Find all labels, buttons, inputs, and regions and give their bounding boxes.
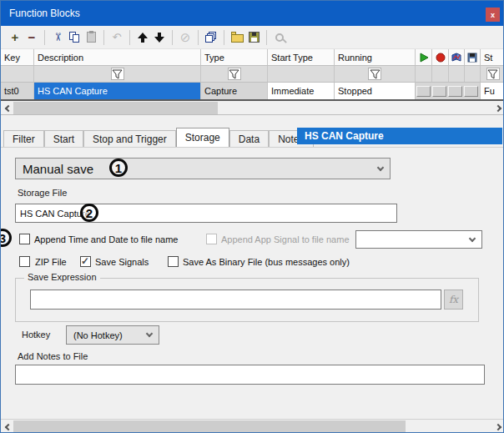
tab-storage[interactable]: Storage — [176, 128, 229, 147]
col-start-type[interactable]: Start Type — [268, 49, 335, 65]
save-signals-label[interactable]: Save Signals — [95, 257, 149, 267]
row-action-button[interactable] — [448, 86, 462, 97]
row-description-selected[interactable]: HS CAN Capture — [34, 83, 201, 99]
toolbar: + − ✂ ↶ ⊘ — [1, 26, 503, 49]
save-binary-label[interactable]: Save As Binary File (bus messages only) — [183, 257, 350, 267]
chevron-down-icon — [377, 164, 384, 170]
toolbar-separator — [103, 30, 104, 45]
close-button[interactable]: x — [486, 8, 500, 22]
open-file-icon[interactable] — [229, 30, 244, 45]
filter-cell-type[interactable] — [201, 66, 268, 82]
add-icon[interactable]: + — [8, 30, 23, 45]
graph-icon[interactable] — [449, 49, 465, 65]
filter-cell-icon — [416, 66, 432, 82]
row-action-button[interactable] — [464, 86, 478, 97]
save-binary-checkbox[interactable] — [168, 256, 179, 267]
append-app-signal-checkbox — [206, 234, 217, 244]
row-start-type[interactable]: Immediate — [268, 83, 335, 99]
remove-icon[interactable]: − — [24, 30, 39, 45]
toolbar-separator — [129, 30, 130, 45]
save-mode-value: Manual save — [23, 162, 93, 176]
save-mode-dropdown[interactable]: Manual save — [15, 158, 391, 179]
toolbar-separator — [224, 30, 224, 45]
tab-start[interactable]: Start — [44, 130, 83, 147]
cascade-windows-icon[interactable] — [204, 30, 219, 45]
table-hscrollbar[interactable] — [1, 101, 504, 115]
storage-file-label: Storage File — [18, 188, 67, 198]
tab-data[interactable]: Data — [229, 130, 269, 147]
copy-icon[interactable] — [67, 30, 82, 45]
filter-funnel-icon[interactable] — [228, 68, 241, 80]
fx-label: fx — [449, 294, 458, 305]
filter-cell-key — [1, 66, 34, 82]
append-time-label[interactable]: Append Time and Date to file name — [34, 234, 178, 244]
toolbar-separator — [266, 30, 267, 45]
hotkey-dropdown[interactable]: (No Hotkey) — [66, 325, 159, 345]
selected-block-banner: HS CAN Capture — [297, 128, 502, 144]
filter-cell-partial[interactable] — [481, 66, 504, 82]
add-notes-input[interactable] — [15, 365, 485, 385]
row-action-buttons — [416, 83, 481, 99]
append-time-checkbox[interactable] — [19, 234, 30, 244]
tab-filter[interactable]: Filter — [3, 130, 44, 147]
filter-cell-running[interactable] — [335, 66, 416, 82]
table-row[interactable]: tst0 HS CAN Capture Capture Immediate St… — [1, 83, 504, 99]
filter-row — [1, 66, 504, 83]
fx-button: fx — [444, 290, 463, 310]
filter-funnel-icon[interactable] — [111, 68, 124, 80]
col-key[interactable]: Key — [1, 49, 34, 65]
storage-file-input[interactable] — [15, 204, 397, 223]
annotation-2: 2 — [80, 204, 98, 222]
col-description[interactable]: Description — [34, 49, 201, 65]
row-type[interactable]: Capture — [201, 83, 268, 99]
annotation-3: 3 — [0, 229, 12, 247]
tab-strip: Filter Start Stop and Trigger Storage Da… — [3, 128, 314, 147]
save-file-icon[interactable] — [246, 30, 261, 45]
row-partial[interactable]: Fu — [481, 83, 504, 99]
hotkey-label: Hotkey — [22, 330, 50, 340]
table-header: Key Description Type Start Type Running … — [1, 49, 504, 66]
save-data-icon[interactable] — [465, 49, 481, 65]
disable-icon: ⊘ — [178, 30, 193, 45]
col-type[interactable]: Type — [201, 49, 268, 65]
tab-stop-and-trigger[interactable]: Stop and Trigger — [83, 130, 176, 147]
panel-divider — [1, 147, 504, 148]
move-up-icon[interactable] — [135, 30, 150, 45]
annotation-1: 1 — [109, 159, 128, 177]
window-title: Function Blocks — [9, 8, 80, 19]
filter-funnel-icon[interactable] — [368, 68, 381, 80]
row-action-button[interactable] — [416, 86, 431, 97]
filter-funnel-icon[interactable] — [486, 68, 500, 80]
row-key[interactable]: tst0 — [1, 83, 34, 99]
zoom-icon — [272, 30, 287, 45]
function-blocks-window: Function Blocks x + − ✂ ↶ ⊘ Key Descript… — [0, 0, 504, 433]
zip-file-label[interactable]: ZIP File — [35, 257, 67, 267]
row-running[interactable]: Stopped — [335, 83, 416, 99]
toolbar-separator — [44, 30, 45, 45]
start-all-icon[interactable] — [416, 49, 432, 65]
cut-icon[interactable]: ✂ — [50, 30, 65, 45]
stop-all-icon[interactable] — [432, 49, 449, 65]
col-partial[interactable]: St — [481, 49, 504, 65]
save-signals-checkbox[interactable] — [80, 256, 91, 267]
scrollbar-thumb[interactable] — [13, 102, 218, 114]
toolbar-separator — [172, 30, 173, 45]
save-expression-input[interactable] — [30, 290, 441, 310]
filter-cell-start-type — [268, 66, 335, 82]
move-down-icon[interactable] — [152, 30, 167, 45]
app-signal-dropdown[interactable] — [355, 230, 482, 249]
panel-hscrollbar[interactable] — [1, 419, 504, 433]
add-notes-label: Add Notes to File — [18, 351, 88, 361]
title-bar: Function Blocks — [1, 1, 503, 26]
toolbar-separator — [198, 30, 199, 45]
paste-icon — [83, 30, 98, 45]
scrollbar-thumb[interactable] — [13, 420, 406, 433]
append-app-signal-label: Append App Signal to file name — [221, 234, 350, 244]
scroll-right-icon[interactable] — [491, 101, 504, 115]
zip-file-checkbox[interactable] — [19, 256, 30, 267]
col-running[interactable]: Running — [335, 49, 416, 65]
scroll-right-icon[interactable] — [491, 420, 504, 433]
chevron-down-icon — [469, 234, 476, 241]
filter-cell-description[interactable] — [34, 66, 201, 82]
row-action-button[interactable] — [432, 86, 446, 97]
